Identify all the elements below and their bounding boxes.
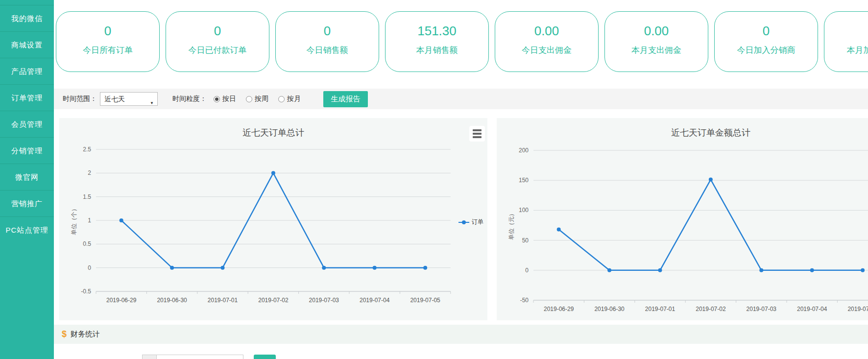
sidebar-item[interactable]: 订单管理 <box>0 84 54 111</box>
stat-card-label: 今日已付款订单 <box>166 45 269 56</box>
stat-card-label: 今日销售额 <box>276 45 379 56</box>
dashboard-page: 我的微信商城设置产品管理订单管理会员管理分销管理微官网营销推广PC站点管理 0今… <box>0 0 868 359</box>
stat-card-value: 0.00 <box>495 24 598 39</box>
granularity-radio-option[interactable]: 按周 <box>246 95 268 103</box>
stat-card-label: 本月销售额 <box>386 45 488 56</box>
granularity-radio-option[interactable]: 按月 <box>278 95 301 103</box>
svg-text:2019-07-04: 2019-07-04 <box>360 297 390 304</box>
sidebar-item[interactable]: 商城设置 <box>0 31 54 58</box>
stat-card: 0.00本月支出佣金 <box>604 11 708 72</box>
finance-query-button[interactable] <box>254 355 276 359</box>
stat-card-label: 今日所有订单 <box>56 45 159 56</box>
stat-cards-row: 0今日所有订单0今日已付款订单0今日销售额151.30本月销售额0.00今日支出… <box>56 11 868 72</box>
sidebar-item[interactable]: 会员管理 <box>0 111 54 137</box>
svg-text:1: 1 <box>88 217 91 224</box>
stat-card: 0本月加入分销商 <box>824 11 868 72</box>
stat-card-label: 本月支出佣金 <box>605 45 708 56</box>
svg-text:2019-07-02: 2019-07-02 <box>258 297 289 304</box>
svg-text:2.5: 2.5 <box>83 146 91 153</box>
sidebar-item[interactable]: 我的微信 <box>0 5 54 31</box>
stat-card: 0今日加入分销商 <box>714 11 818 72</box>
stat-card: 151.30本月销售额 <box>385 11 489 72</box>
svg-text:0: 0 <box>525 267 529 274</box>
stat-card-value: 151.30 <box>386 24 488 39</box>
stat-card: 0今日所有订单 <box>56 11 160 72</box>
sidebar-item[interactable]: 微官网 <box>0 164 54 190</box>
stat-card-value: 0 <box>715 24 818 39</box>
svg-text:2019-06-30: 2019-06-30 <box>157 297 187 304</box>
stat-card-value: 0.00 <box>605 24 708 39</box>
granularity-radio-label: 按周 <box>255 95 268 103</box>
stat-card-value: 0 <box>824 24 868 39</box>
orders-line-chart[interactable]: 2.521.510.50-0.52019-06-292019-06-302019… <box>59 118 487 320</box>
svg-text:2019-07-04: 2019-07-04 <box>797 306 827 312</box>
svg-text:2: 2 <box>88 169 91 176</box>
time-range-label: 时间范围： <box>63 95 97 103</box>
time-range-selected-value: 近七天 <box>104 95 125 103</box>
time-range-select[interactable]: 近七天 ▼ <box>100 92 158 106</box>
granularity-radio-option[interactable]: 按日 <box>214 95 236 103</box>
order-amount-chart-panel: 近七天订单金额总计 单位（元） 200150100500-502019-06-2… <box>497 118 868 320</box>
stat-card-label: 今日支出佣金 <box>495 45 598 56</box>
stat-card: 0今日已付款订单 <box>166 11 269 72</box>
svg-text:2019-07-03: 2019-07-03 <box>747 306 777 312</box>
stat-card-value: 0 <box>276 24 379 39</box>
granularity-radio-label: 按月 <box>287 95 301 103</box>
svg-text:0.5: 0.5 <box>83 240 91 247</box>
svg-text:2019-07-01: 2019-07-01 <box>645 306 675 312</box>
sidebar-item[interactable]: 产品管理 <box>0 58 54 84</box>
stat-card-label: 本月加入分销商 <box>824 45 868 56</box>
svg-text:1.5: 1.5 <box>83 193 91 200</box>
radio-icon[interactable] <box>246 96 252 102</box>
svg-text:-0.5: -0.5 <box>81 288 91 295</box>
granularity-radio-label: 按日 <box>222 95 236 103</box>
sidebar-item[interactable]: PC站点管理 <box>0 216 54 243</box>
svg-text:2019-06-30: 2019-06-30 <box>594 306 625 312</box>
finance-section-header: $ 财务统计 <box>54 325 868 344</box>
finance-query-input[interactable] <box>156 355 243 359</box>
generate-report-button[interactable]: 生成报告 <box>323 91 368 107</box>
sidebar-menu: 我的微信商城设置产品管理订单管理会员管理分销管理微官网营销推广PC站点管理 <box>0 0 54 359</box>
svg-text:2019-07-01: 2019-07-01 <box>208 297 238 304</box>
svg-text:150: 150 <box>519 177 529 184</box>
sidebar-item[interactable]: 营销推广 <box>0 190 54 216</box>
date-addon-box[interactable] <box>142 355 157 359</box>
granularity-radio-group: 按日按周按月 <box>214 95 311 103</box>
stat-card-value: 0 <box>56 24 159 39</box>
svg-text:2019-06-29: 2019-06-29 <box>106 297 137 304</box>
dollar-icon: $ <box>62 329 67 339</box>
svg-text:200: 200 <box>519 147 529 154</box>
finance-section-title: 财务统计 <box>71 330 100 339</box>
chevron-down-icon: ▼ <box>150 97 154 110</box>
svg-text:0: 0 <box>88 264 91 271</box>
stat-card-value: 0 <box>166 24 269 39</box>
stat-card: 0今日销售额 <box>275 11 379 72</box>
svg-text:-50: -50 <box>520 297 529 304</box>
radio-icon[interactable] <box>278 96 285 102</box>
order-amount-line-chart[interactable]: 200150100500-502019-06-292019-06-302019-… <box>497 118 868 320</box>
report-filter-bar: 时间范围： 近七天 ▼ 时间粒度： 按日按周按月 生成报告 <box>54 89 868 109</box>
svg-text:2019-07-05: 2019-07-05 <box>847 306 868 312</box>
svg-text:2019-07-03: 2019-07-03 <box>309 297 339 304</box>
stat-card-label: 今日加入分销商 <box>715 45 818 56</box>
sidebar-item[interactable]: 分销管理 <box>0 137 54 164</box>
stat-card: 0.00今日支出佣金 <box>495 11 599 72</box>
svg-text:2019-07-05: 2019-07-05 <box>410 297 440 304</box>
svg-text:2019-06-29: 2019-06-29 <box>544 306 574 312</box>
radio-selected-icon[interactable] <box>214 96 220 102</box>
granularity-label: 时间粒度： <box>172 95 207 103</box>
orders-chart-panel: 近七天订单总计 单位（个） 订单 2.521.510.50-0.52019-06… <box>59 118 487 320</box>
svg-text:2019-07-02: 2019-07-02 <box>696 306 726 312</box>
svg-text:100: 100 <box>519 207 529 214</box>
svg-text:50: 50 <box>522 237 529 244</box>
